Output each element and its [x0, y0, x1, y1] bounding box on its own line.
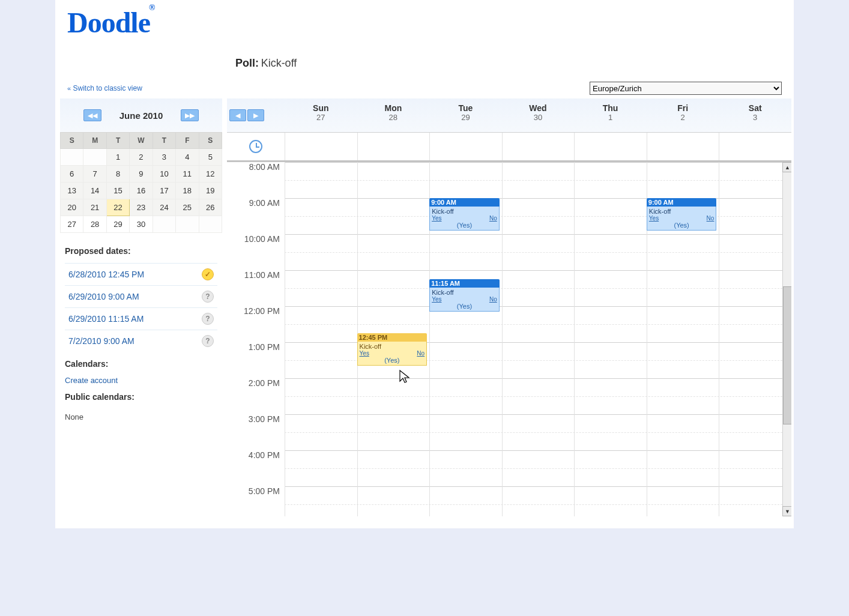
allday-cell[interactable] [357, 133, 430, 160]
day-header-fri[interactable]: Fri2 [647, 98, 719, 132]
public-calendars-title: Public calendars: [65, 392, 217, 402]
hour-label: 5:00 PM [227, 486, 285, 516]
calendar-event[interactable]: 9:00 AMKick-offYesNo(Yes) [429, 198, 500, 247]
mini-cal-day[interactable]: 1 [106, 149, 129, 166]
sidebar: ◀◀ June 2010 ▶▶ SMTWTFS 1234567891011121… [60, 98, 222, 516]
mini-cal-day[interactable]: 14 [83, 183, 106, 199]
calendar-event[interactable]: 11:15 AMKick-offYesNo(Yes) [429, 279, 500, 328]
poll-title: Kick-off [261, 57, 297, 69]
day-header-wed[interactable]: Wed30 [502, 98, 575, 132]
allday-row [227, 132, 791, 162]
mini-cal-day[interactable]: 23 [130, 199, 153, 216]
allday-cell[interactable] [719, 133, 791, 160]
mini-cal-day[interactable]: 2 [130, 149, 153, 166]
allday-cell[interactable] [502, 133, 575, 160]
mini-cal-day[interactable]: 18 [176, 183, 199, 199]
mini-cal-day[interactable]: 8 [106, 166, 129, 183]
mini-cal-day[interactable]: 28 [83, 216, 106, 233]
event-no-link[interactable]: No [489, 296, 497, 303]
day-header-tue[interactable]: Tue29 [429, 98, 502, 132]
mini-calendar: SMTWTFS 12345678910111213141516171819202… [60, 132, 222, 233]
hour-label: 3:00 PM [227, 414, 285, 450]
allday-cell[interactable] [647, 133, 719, 160]
mini-cal-day[interactable]: 30 [130, 216, 153, 233]
mini-cal-day[interactable]: 11 [176, 166, 199, 183]
mini-cal-day[interactable]: 20 [61, 199, 83, 216]
next-week-button[interactable]: ▶ [247, 109, 264, 121]
mini-cal-day[interactable]: 4 [176, 149, 199, 166]
prev-month-button[interactable]: ◀◀ [83, 109, 101, 121]
scroll-thumb[interactable] [783, 286, 791, 424]
grid-body[interactable]: 12:45 PMKick-offYesNo(Yes)9:00 AMKick-of… [285, 162, 791, 516]
month-label: June 2010 [119, 110, 163, 121]
day-header-sun[interactable]: Sun27 [285, 98, 357, 132]
mini-cal-day[interactable]: 7 [83, 166, 106, 183]
timezone-select[interactable]: Europe/Zurich [590, 82, 782, 95]
scroll-up-button[interactable]: ▲ [782, 162, 791, 172]
event-yes-link[interactable]: Yes [360, 350, 369, 357]
grid-scroll: 8:00 AM9:00 AM10:00 AM11:00 AM12:00 PM1:… [227, 162, 791, 516]
event-no-link[interactable]: No [489, 215, 497, 222]
allday-cell[interactable] [429, 133, 502, 160]
scroll-down-button[interactable]: ▼ [782, 506, 791, 516]
switch-view-link[interactable]: « Switch to classic view [67, 84, 142, 92]
event-no-link[interactable]: No [417, 350, 424, 357]
event-result: (Yes) [649, 222, 715, 229]
calendars-title: Calendars: [65, 359, 217, 369]
mini-cal-day [83, 149, 106, 166]
scroll-track[interactable] [782, 172, 791, 506]
create-account-link[interactable]: Create account [65, 376, 217, 385]
day-header-sat[interactable]: Sat3 [719, 98, 791, 132]
mini-cal-day[interactable]: 22 [106, 199, 129, 216]
event-body: Kick-offYesNo(Yes) [357, 342, 428, 366]
mini-cal-day[interactable]: 16 [130, 183, 153, 199]
check-icon: ✓ [202, 268, 214, 280]
proposed-date-row[interactable]: 6/28/2010 12:45 PM✓ [65, 263, 217, 285]
half-hour-line [285, 288, 791, 289]
mini-cal-day[interactable]: 9 [130, 166, 153, 183]
mini-cal-day[interactable]: 24 [153, 199, 175, 216]
event-yes-link[interactable]: Yes [432, 296, 441, 303]
mini-cal-dow: S [199, 133, 222, 149]
day-divider [502, 162, 503, 516]
mini-cal-day[interactable]: 21 [83, 199, 106, 216]
mini-cal-day[interactable]: 13 [61, 183, 83, 199]
mini-cal-day[interactable]: 27 [61, 216, 83, 233]
event-body: Kick-offYesNo(Yes) [429, 288, 500, 312]
day-header-mon[interactable]: Mon28 [357, 98, 430, 132]
prev-week-button[interactable]: ◀ [229, 109, 246, 121]
mini-cal-day[interactable]: 26 [199, 199, 222, 216]
mini-cal-day[interactable]: 6 [61, 166, 83, 183]
half-hour-line [285, 324, 791, 325]
day-header-thu[interactable]: Thu1 [574, 98, 647, 132]
mini-cal-day[interactable]: 17 [153, 183, 175, 199]
proposed-date-row[interactable]: 7/2/2010 9:00 AM? [65, 330, 217, 352]
mini-cal-day[interactable]: 5 [199, 149, 222, 166]
next-month-button[interactable]: ▶▶ [181, 109, 199, 121]
mini-cal-day[interactable]: 3 [153, 149, 175, 166]
mini-cal-day [199, 216, 222, 233]
calendar-event[interactable]: 12:45 PMKick-offYesNo(Yes) [357, 333, 428, 384]
event-yes-link[interactable]: Yes [432, 215, 441, 222]
half-hour-line [285, 252, 791, 253]
allday-cell[interactable] [574, 133, 647, 160]
hour-label: 10:00 AM [227, 234, 285, 270]
mini-cal-day[interactable]: 29 [106, 216, 129, 233]
proposed-date-row[interactable]: 6/29/2010 11:15 AM? [65, 307, 217, 330]
hour-label: 4:00 PM [227, 450, 285, 486]
proposed-date-row[interactable]: 6/29/2010 9:00 AM? [65, 285, 217, 307]
mini-cal-day [176, 216, 199, 233]
allday-cell[interactable] [285, 133, 357, 160]
half-hour-line [285, 180, 791, 181]
mini-cal-day[interactable]: 15 [106, 183, 129, 199]
event-yes-link[interactable]: Yes [649, 215, 659, 222]
mini-cal-day[interactable]: 19 [199, 183, 222, 199]
event-result: (Yes) [432, 222, 497, 229]
event-no-link[interactable]: No [707, 215, 715, 222]
top-controls: « Switch to classic view Europe/Zurich [55, 82, 794, 98]
mini-cal-day[interactable]: 25 [176, 199, 199, 216]
proposed-date-label: 6/28/2010 12:45 PM [68, 270, 144, 279]
mini-cal-day[interactable]: 10 [153, 166, 175, 183]
mini-cal-day[interactable]: 12 [199, 166, 222, 183]
calendar-event[interactable]: 9:00 AMKick-offYesNo(Yes) [647, 198, 717, 247]
